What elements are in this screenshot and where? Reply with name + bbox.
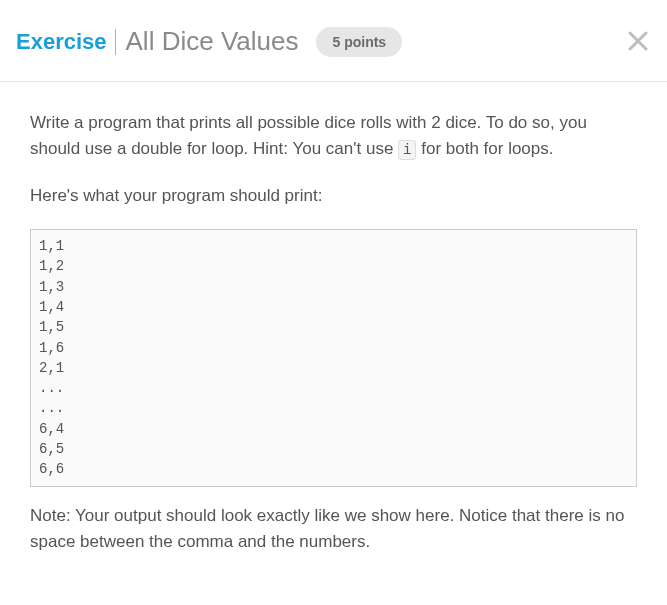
lead-paragraph: Here's what your program should print: — [30, 183, 637, 209]
exercise-label: Exercise — [16, 29, 107, 55]
header-divider — [115, 29, 116, 55]
intro-text-post: for both for loops. — [416, 139, 553, 158]
exercise-header: Exercise All Dice Values 5 points — [0, 0, 667, 82]
exercise-content: Write a program that prints all possible… — [0, 82, 667, 575]
page-title: All Dice Values — [126, 26, 299, 57]
close-icon — [627, 30, 649, 52]
intro-paragraph: Write a program that prints all possible… — [30, 110, 637, 163]
inline-code-i: i — [398, 140, 416, 160]
note-paragraph: Note: Your output should look exactly li… — [30, 503, 637, 556]
expected-output-code: 1,1 1,2 1,3 1,4 1,5 1,6 2,1 ... ... 6,4 … — [30, 229, 637, 487]
close-button[interactable] — [627, 30, 649, 52]
points-badge: 5 points — [316, 27, 402, 57]
